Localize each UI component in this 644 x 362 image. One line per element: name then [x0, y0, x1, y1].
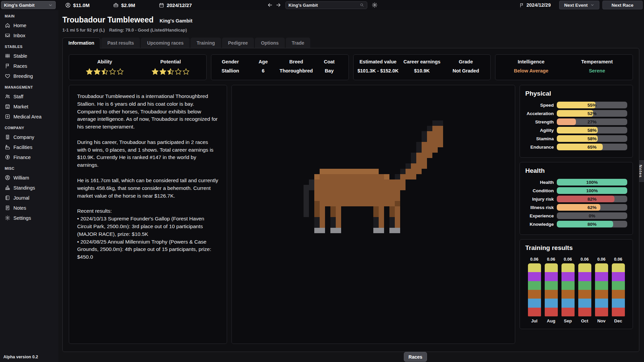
bar-value: 62%	[557, 204, 627, 211]
next-event-button[interactable]: Next Event	[559, 1, 599, 9]
stable-select-value: King's Gambit	[4, 3, 46, 8]
segment-brown	[545, 290, 558, 299]
bar-value: 58%	[557, 135, 627, 142]
segment-brown	[612, 290, 625, 299]
segment-green	[578, 281, 591, 290]
temperament-label: Temperament	[581, 59, 613, 64]
training-bar-aug: 0.06Aug	[545, 257, 558, 323]
tab-training[interactable]: Training	[191, 38, 221, 48]
bar-label: Endurance	[525, 145, 557, 150]
month-label: Nov	[597, 318, 606, 323]
segment-green	[545, 281, 558, 290]
medical-icon	[5, 114, 10, 119]
cash-resource: $11.0M	[65, 2, 90, 8]
month-label: Jul	[531, 318, 538, 323]
sidebar-item-staff[interactable]: Staff	[4, 92, 54, 101]
briefcase-icon	[113, 2, 119, 8]
horse-image	[293, 120, 454, 239]
training-results-chart: 0.06Jul0.06Aug0.06Sep0.06Oct0.06Nov0.06D…	[525, 257, 627, 323]
sidebar-item-facilities[interactable]: Facilities	[4, 143, 54, 152]
bar-track: 58%	[557, 135, 627, 142]
gear-icon[interactable]	[372, 2, 378, 8]
bar-track: 82%	[557, 196, 627, 202]
star-icon	[175, 68, 182, 75]
tab-upcoming-races[interactable]: Upcoming races	[141, 38, 190, 48]
facilities-icon	[5, 144, 10, 150]
segment-yellow	[578, 263, 591, 272]
bar-track: 0%	[557, 212, 627, 219]
career-earnings-label: Career earnings	[404, 59, 440, 64]
bar-label: Condition	[525, 188, 557, 193]
sidebar-item-standings[interactable]: Standings	[4, 183, 54, 192]
breed-value: Thoroughbred	[280, 68, 313, 73]
segment-purple	[612, 272, 625, 281]
horse-portrait-panel	[231, 85, 515, 344]
sidebar-item-william[interactable]: William	[4, 173, 54, 182]
tab-past-results[interactable]: Past results	[101, 38, 140, 48]
bar-label: Speed	[525, 103, 557, 108]
forward-arrow-icon[interactable]	[275, 2, 281, 8]
sidebar-item-label: William	[13, 175, 29, 180]
intelligence-value: Below Average	[514, 68, 548, 73]
inbox-icon	[5, 33, 10, 38]
sidebar-item-company[interactable]: Company	[4, 133, 54, 142]
sidebar-item-races[interactable]: Races	[4, 61, 54, 70]
tab-bar: InformationPast resultsUpcoming racesTra…	[62, 38, 639, 48]
sidebar-item-label: Journal	[13, 195, 30, 201]
description-paragraph: Recent results: • 2024/10/13 Supreme Fou…	[77, 207, 219, 261]
estimated-value-label: Estimated value	[360, 59, 396, 64]
sidebar-item-label: Medical Area	[13, 114, 42, 119]
bar-label: Injury risk	[525, 197, 557, 202]
month-label: Aug	[547, 318, 555, 323]
tab-options[interactable]: Options	[255, 38, 285, 48]
month-label: Sep	[564, 318, 572, 323]
main-content: Troubadour Tumbleweed King's Gambit 1-1 …	[58, 10, 644, 362]
sidebar-item-market[interactable]: Market	[4, 102, 54, 111]
tab-trade[interactable]: Trade	[286, 38, 310, 48]
sidebar-section-management: MANAGEMENT	[5, 85, 54, 89]
stable-select[interactable]: King's Gambit	[1, 1, 56, 9]
segment-purple	[578, 272, 591, 281]
potential-label: Potential	[160, 59, 181, 64]
training-bar-jul: 0.06Jul	[528, 257, 541, 323]
sidebar-item-inbox[interactable]: Inbox	[4, 31, 54, 40]
sidebar-item-medical-area[interactable]: Medical Area	[4, 112, 54, 121]
star-icon	[159, 68, 166, 75]
bar-value: 82%	[557, 196, 627, 202]
next-event-label: Next Event	[564, 3, 588, 8]
ability-potential-card: Ability Potential	[69, 54, 207, 80]
sidebar-item-home[interactable]: Home	[4, 21, 54, 30]
stacked-bar	[612, 263, 625, 316]
version-label: Alpha version 0.2	[3, 355, 38, 359]
tab-information[interactable]: Information	[62, 38, 100, 48]
sidebar-item-stable[interactable]: Stable	[4, 51, 54, 60]
segment-purple	[561, 272, 575, 281]
segment-brown	[578, 290, 591, 299]
sidebar-item-finance[interactable]: Finance	[4, 153, 54, 162]
bar-value: 65%	[557, 144, 627, 150]
description-paragraph: During his career, Troubadour has partic…	[77, 139, 219, 169]
next-race-button[interactable]: Next Race	[602, 1, 643, 9]
sidebar-item-breeding[interactable]: Breeding	[4, 71, 54, 81]
races-button[interactable]: Races	[404, 352, 427, 362]
sidebar-item-label: Company	[13, 135, 34, 140]
value-card: Estimated value$101.3K - $152.0KCareer e…	[353, 54, 491, 80]
tab-pedigree[interactable]: Pedigree	[222, 38, 254, 48]
sidebar-item-journal[interactable]: Journal	[4, 193, 54, 202]
owner-stable-label: King's Gambit	[160, 18, 193, 23]
bar-track: 58%	[557, 127, 627, 134]
back-arrow-icon[interactable]	[267, 2, 273, 8]
health-bars: Health100%Condition100%Injury risk82%Ill…	[525, 179, 627, 227]
bar-track: 65%	[557, 144, 627, 150]
sidebar: MAINHomeInboxSTABLESStableRacesBreedingM…	[0, 10, 58, 362]
bar-label: Health	[525, 180, 557, 185]
stacked-bar	[595, 263, 608, 316]
segment-brown	[561, 290, 575, 299]
stamina-bar-row: Stamina58%	[525, 135, 627, 142]
sidebar-section-misc: MISC	[5, 166, 54, 170]
sidebar-item-notes[interactable]: Notes	[4, 203, 54, 212]
segment-blue	[545, 299, 558, 307]
search-input[interactable]: King's Gambit	[285, 1, 367, 9]
estimated-value-value: $101.3K - $152.0K	[358, 68, 399, 73]
sidebar-item-settings[interactable]: Settings	[4, 213, 54, 222]
